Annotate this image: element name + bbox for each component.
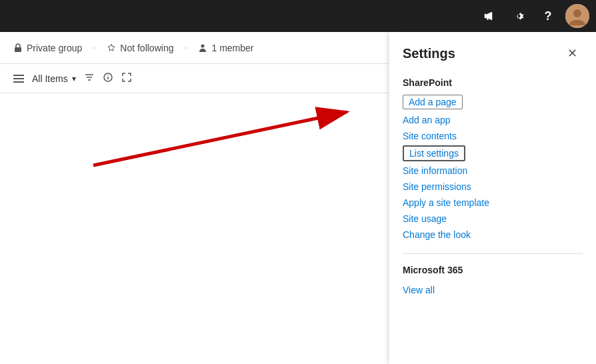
- all-items-label: All Items: [32, 73, 68, 84]
- site-information-link[interactable]: Site information: [403, 163, 583, 179]
- filter-icon[interactable]: [84, 72, 95, 85]
- microsoft365-section-title: Microsoft 365: [403, 265, 583, 275]
- settings-panel: Settings ✕ SharePoint Add a page Add an …: [389, 32, 596, 364]
- not-following-label: Not following: [120, 43, 173, 53]
- site-contents-link[interactable]: Site contents: [403, 128, 583, 144]
- help-icon[interactable]: ?: [535, 3, 561, 29]
- all-items-dropdown[interactable]: All Items ▾: [32, 73, 76, 84]
- separator1: ·: [93, 41, 96, 55]
- megaphone-icon[interactable]: [476, 3, 503, 29]
- chevron-down-icon: ▾: [72, 74, 76, 83]
- member-count[interactable]: 1 member: [198, 43, 253, 53]
- site-usage-link[interactable]: Site usage: [403, 211, 583, 227]
- top-navigation-bar: ?: [0, 0, 596, 32]
- list-settings-link[interactable]: List settings: [403, 145, 465, 161]
- site-permissions-link[interactable]: Site permissions: [403, 179, 583, 195]
- settings-gear-icon[interactable]: [505, 3, 532, 29]
- member-label: 1 member: [211, 43, 253, 53]
- private-group-label: Private group: [27, 43, 82, 53]
- avatar[interactable]: [564, 3, 591, 29]
- lock-icon: [13, 43, 23, 53]
- svg-point-3: [201, 44, 205, 47]
- not-following-indicator[interactable]: Not following: [107, 43, 173, 53]
- view-all-link[interactable]: View all: [403, 282, 583, 298]
- add-an-app-link[interactable]: Add an app: [403, 112, 583, 128]
- settings-header: Settings ✕: [403, 43, 583, 64]
- add-a-page-link[interactable]: Add a page: [403, 95, 463, 109]
- apply-site-template-link[interactable]: Apply a site template: [403, 195, 583, 211]
- star-icon: [107, 43, 116, 53]
- close-settings-button[interactable]: ✕: [561, 43, 583, 64]
- info-circle-icon[interactable]: [103, 72, 113, 85]
- private-group-indicator: Private group: [13, 43, 82, 53]
- change-the-look-link[interactable]: Change the look: [403, 227, 583, 243]
- sharepoint-section-title: SharePoint: [403, 77, 583, 88]
- annotation-arrow: [87, 105, 380, 172]
- main-content: Private group · Not following · 1 member…: [0, 32, 596, 364]
- separator2: ·: [184, 41, 187, 55]
- settings-divider: [403, 253, 583, 254]
- settings-title: Settings: [403, 46, 455, 61]
- svg-rect-2: [15, 47, 21, 52]
- svg-point-1: [573, 9, 581, 17]
- menu-icon[interactable]: [13, 75, 24, 83]
- person-icon: [198, 43, 207, 53]
- svg-point-6: [107, 75, 108, 75]
- expand-icon[interactable]: [121, 72, 132, 85]
